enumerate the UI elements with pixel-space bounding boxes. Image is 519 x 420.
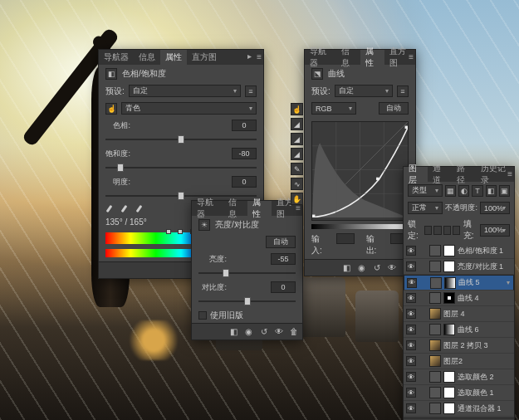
layer-row[interactable]: 👁图层 2 拷贝 3 — [404, 338, 514, 354]
eye-icon[interactable]: 👁 — [406, 356, 416, 366]
layer-row[interactable]: 👁曲线 4 — [404, 291, 514, 306]
tab-paths[interactable]: 路径 — [452, 167, 476, 182]
layer-row[interactable]: 👁图层2 — [404, 354, 514, 369]
layer-name[interactable]: 图层 2 拷贝 3 — [443, 340, 512, 351]
layer-row[interactable]: 👁图层 4 — [404, 306, 514, 322]
smooth-icon[interactable]: ∿ — [291, 178, 303, 190]
lock-transparent-icon[interactable] — [424, 226, 432, 235]
view-previous-icon[interactable]: ◉ — [356, 262, 367, 273]
lock-all-icon[interactable] — [453, 226, 460, 235]
preset-select[interactable]: 自定 — [335, 85, 393, 97]
layer-thumb[interactable] — [429, 292, 441, 304]
tab-navigator[interactable]: 导航器 — [192, 201, 223, 216]
layer-row[interactable]: 👁选取颜色 1 — [404, 385, 514, 401]
filter-type-icon[interactable]: T — [472, 185, 482, 197]
tab-info[interactable]: 信息 — [134, 50, 160, 65]
toggle-visibility-icon[interactable]: 👁 — [273, 326, 284, 337]
curves-graph[interactable] — [311, 121, 409, 221]
layer-row[interactable]: 👁选取颜色 2 — [404, 369, 514, 385]
opacity-select[interactable]: 100% — [480, 202, 510, 214]
layer-thumb[interactable] — [430, 277, 442, 289]
eye-icon[interactable]: 👁 — [406, 293, 416, 303]
eye-icon[interactable]: 👁 — [406, 261, 416, 271]
targeted-adjust-icon[interactable]: ☝ — [105, 103, 117, 115]
preset-select[interactable]: 自定 — [129, 85, 241, 97]
fill-select[interactable]: 100% — [480, 224, 510, 237]
reset-icon[interactable]: ↺ — [258, 326, 269, 337]
filter-shape-icon[interactable]: ◧ — [486, 185, 497, 197]
eye-icon[interactable]: 👁 — [406, 403, 416, 413]
layer-thumb[interactable] — [429, 371, 441, 383]
hue-value[interactable]: 0 — [232, 120, 257, 131]
tab-channels[interactable]: 通道 — [428, 167, 452, 182]
layer-thumb[interactable] — [429, 324, 441, 335]
mask-thumb[interactable] — [444, 277, 456, 289]
toggle-visibility-icon[interactable]: 👁 — [386, 262, 397, 273]
layer-name[interactable]: 选取颜色 1 — [458, 388, 512, 398]
tab-navigator[interactable]: 导航器 — [99, 50, 134, 65]
auto-button[interactable]: 自动 — [379, 102, 409, 115]
mask-thumb[interactable] — [443, 324, 455, 335]
channel-select[interactable]: RGB — [311, 102, 356, 115]
collapse-icon[interactable]: ▸ — [247, 51, 252, 61]
tab-properties[interactable]: 属性 — [160, 50, 187, 65]
tab-navigator[interactable]: 导航器 — [305, 50, 336, 65]
lock-position-icon[interactable] — [443, 226, 451, 235]
layer-name[interactable]: 曲线 5 — [458, 277, 511, 288]
eyedropper-gray-icon[interactable]: ◢ — [291, 133, 303, 145]
brightness-value[interactable]: -55 — [271, 253, 296, 265]
lightness-value[interactable]: 0 — [232, 176, 257, 188]
layer-name[interactable]: 图层 4 — [443, 309, 512, 320]
filter-adjust-icon[interactable]: ◐ — [458, 185, 469, 197]
preset-menu-icon[interactable]: ≡ — [245, 85, 257, 97]
blend-mode-select[interactable]: 正常 — [408, 202, 443, 214]
mask-thumb[interactable] — [443, 261, 455, 272]
eye-icon[interactable]: 👁 — [406, 340, 416, 350]
auto-button[interactable]: 自动 — [266, 236, 296, 248]
color-range-select[interactable]: 青色 — [121, 102, 257, 115]
eye-icon[interactable]: 👁 — [407, 278, 417, 288]
reset-icon[interactable]: ↺ — [371, 262, 382, 273]
eyedropper-subtract-icon[interactable] — [135, 204, 147, 216]
preset-menu-icon[interactable]: ≡ — [397, 85, 409, 97]
input-ramp[interactable] — [311, 224, 409, 229]
contrast-value[interactable]: 0 — [271, 281, 296, 293]
targeted-icon[interactable]: ☝ — [291, 103, 303, 115]
layer-thumb[interactable] — [429, 355, 441, 367]
eye-icon[interactable]: 👁 — [406, 372, 416, 382]
layer-thumb[interactable] — [429, 245, 441, 256]
layer-thumb[interactable] — [429, 403, 441, 414]
layer-row[interactable]: 👁色相/饱和度 1 — [404, 243, 514, 259]
layer-row[interactable]: 👁曲线 6 — [404, 322, 514, 338]
contrast-slider[interactable] — [198, 296, 296, 306]
layer-name[interactable]: 亮度/对比度 1 — [458, 261, 512, 272]
filter-pixel-icon[interactable]: ▦ — [445, 185, 456, 197]
mask-thumb[interactable] — [443, 403, 455, 414]
tab-info[interactable]: 信息 — [336, 50, 360, 65]
pencil-icon[interactable]: ✎ — [291, 163, 303, 175]
tab-histogram[interactable]: 直方图 — [187, 50, 222, 65]
layer-row[interactable]: 👁曲线 5 — [404, 275, 514, 291]
tab-layers[interactable]: 图层 — [404, 167, 428, 182]
clip-icon[interactable]: ◧ — [341, 262, 352, 273]
lock-pixels-icon[interactable] — [433, 226, 441, 235]
layer-name[interactable]: 曲线 4 — [458, 293, 512, 304]
filter-kind-select[interactable]: 类型 — [408, 184, 443, 197]
input-value[interactable] — [336, 233, 355, 244]
hue-slider[interactable] — [105, 134, 257, 144]
mask-thumb[interactable] — [443, 292, 455, 304]
layer-row[interactable]: 👁亮度/对比度 1 — [404, 259, 514, 275]
eyedropper-icon[interactable] — [105, 204, 117, 216]
saturation-slider[interactable] — [105, 163, 257, 173]
tab-properties[interactable]: 属性 — [360, 50, 384, 65]
tab-properties[interactable]: 属性 — [247, 201, 272, 216]
hand-icon[interactable]: ✋ — [291, 193, 303, 205]
saturation-value[interactable]: -80 — [232, 148, 257, 159]
layer-thumb[interactable] — [429, 308, 441, 320]
layer-name[interactable]: 曲线 6 — [458, 325, 512, 335]
panel-menu-icon[interactable]: ≡ — [409, 52, 414, 61]
eye-icon[interactable]: 👁 — [406, 309, 416, 319]
trash-icon[interactable]: 🗑 — [288, 326, 299, 337]
layer-name[interactable]: 色相/饱和度 1 — [458, 246, 512, 256]
mask-thumb[interactable] — [443, 245, 455, 256]
